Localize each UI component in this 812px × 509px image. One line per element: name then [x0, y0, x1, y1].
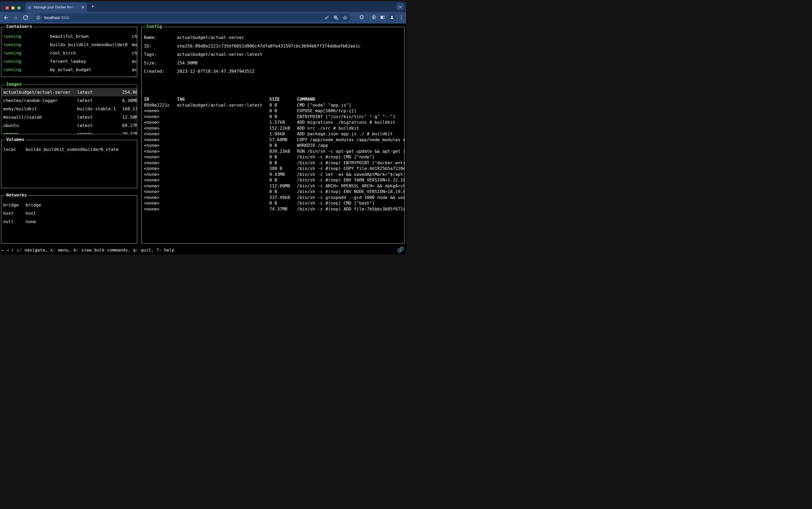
config-field: ID: sha256:89d0e2221c735df6051d906c4fdfa…	[144, 42, 404, 50]
translate-icon[interactable]: G	[334, 15, 338, 20]
container-status: running	[3, 74, 50, 77]
close-window-button[interactable]	[5, 6, 9, 10]
layer-tag	[177, 166, 269, 172]
image-size: 12.50M	[122, 113, 137, 121]
browser-tab[interactable]: Manage your Docker fleet wi	[25, 2, 87, 12]
layer-row[interactable]: <none> 0 B /bin/sh -c #(nop) ENV YARN_VE…	[144, 177, 404, 183]
layer-row[interactable]: <none> 9.43MB /bin/sh -c set -ex && save…	[144, 172, 404, 177]
close-tab-icon[interactable]	[81, 5, 85, 9]
layer-row[interactable]: <none> 388 B /bin/sh -c #(nop) COPY file…	[144, 166, 404, 172]
layer-size: 0 B	[269, 189, 297, 195]
layer-command: /bin/sh -c #(nop) CMD ["bash"]	[297, 200, 404, 206]
layer-row[interactable]: <none> 1.57kB ADD migrations ./migration…	[144, 120, 404, 125]
volumes-list: local buildx_buildkit_osmondbuilder0_sta…	[1, 145, 137, 154]
container-row[interactable]: running fervent_leakey act	[1, 57, 137, 66]
profile-avatar[interactable]	[388, 14, 395, 21]
layer-id: <none>	[144, 142, 177, 148]
network-name: host	[3, 209, 26, 217]
bookmark-star-icon[interactable]	[343, 15, 347, 20]
address-bar[interactable]: localhost:3000 G	[34, 13, 351, 22]
layer-tag	[177, 195, 269, 201]
layer-row[interactable]: <none> 337.49kB /bin/sh -c groupadd --gi…	[144, 195, 404, 201]
layers-header-size: SIZE	[269, 96, 297, 102]
extensions-icon[interactable]	[359, 15, 364, 20]
container-row[interactable]: running cool_kirch che	[1, 49, 137, 57]
config-field-value: actualbudget/actual-server	[177, 33, 404, 42]
config-field-label: Created:	[144, 67, 177, 76]
layer-row[interactable]: <none> 0 B EXPOSE map[5006/tcp:{}]	[144, 108, 404, 114]
layer-row[interactable]: <none> 839.23kB RUN /bin/sh -c apt-get u…	[144, 148, 404, 155]
new-tab-button[interactable]: +	[90, 3, 96, 10]
network-row[interactable]: null none	[1, 217, 137, 226]
container-row[interactable]: running beautiful_brown che	[1, 32, 137, 40]
tab-strip: Manage your Docker fleet wi +	[0, 1, 406, 12]
layer-row[interactable]: <none> 0 B /bin/sh -c #(nop) ENTRYPOINT …	[144, 160, 404, 166]
layer-row[interactable]: 89d0e2221c actualbudget/actual-server:la…	[144, 102, 404, 108]
forward-button[interactable]	[12, 15, 18, 21]
container-row[interactable]: running my_actual_budget act	[1, 66, 137, 74]
layer-size: 57.68MB	[269, 137, 297, 143]
layer-row[interactable]: <none> 0 B /bin/sh -c #(nop) ENV NODE_VE…	[144, 189, 404, 195]
layer-row[interactable]: <none> 0 B /bin/sh -c #(nop) CMD ["bash"…	[144, 200, 404, 206]
image-tag: latest	[77, 88, 122, 96]
layer-id: <none>	[144, 154, 177, 160]
layer-size: 9.43MB	[269, 172, 297, 177]
layer-id: <none>	[144, 172, 177, 177]
image-layers-table: ID TAG SIZE COMMAND 89d0e2221c actualbud…	[144, 96, 404, 212]
reload-button[interactable]	[23, 15, 29, 21]
image-row[interactable]: actualbudget/actual-server latest 254.90	[1, 88, 137, 96]
image-row[interactable]: <none> <none> 29.72M	[1, 130, 137, 134]
volumes-panel: Volumes local buildx_buildkit_osmondbuil…	[1, 140, 137, 188]
container-status: running	[3, 32, 50, 40]
key-icon[interactable]	[325, 15, 329, 20]
layer-row[interactable]: <none> 1.94kB ADD package.json app.js ./…	[144, 131, 404, 137]
container-row[interactable]: running titi che	[1, 74, 137, 77]
layer-command: /bin/sh -c ARCH= OPENSSL_ARCH= && dpkgAr…	[297, 183, 404, 189]
layer-row[interactable]: <none> 112.09MB /bin/sh -c ARCH= OPENSSL…	[144, 183, 404, 189]
browser-window: Manage your Docker fleet wi + localhost:…	[0, 1, 406, 254]
network-row[interactable]: host host	[1, 209, 137, 217]
layer-row[interactable]: <none> 0 B /bin/sh -c #(nop) CMD ["node"…	[144, 154, 404, 160]
docker-tui: Containers running beautiful_brown che r…	[0, 24, 406, 254]
image-row[interactable]: ubuntu latest 69.27M	[1, 121, 137, 130]
performance-icon[interactable]	[371, 15, 376, 20]
layer-size: 839.23kB	[269, 148, 297, 155]
layer-size: 152.22kB	[269, 125, 297, 131]
status-bar: ← → ↑ ↓: navigate, x: menu, b: view bulk…	[1, 247, 174, 253]
image-row[interactable]: moby/buildkit buildx-stable-1 168.13	[1, 105, 137, 113]
layer-row[interactable]: <none> 152.22kB ADD src ./src # buildkit	[144, 125, 404, 131]
layer-size: 0 B	[269, 114, 297, 120]
volume-row[interactable]: local buildx_buildkit_osmondbuilder0_sta…	[1, 145, 137, 154]
image-tag: latest	[77, 96, 122, 105]
minimize-window-button[interactable]	[11, 6, 15, 10]
images-list: actualbudget/actual-server latest 254.90…	[1, 88, 137, 134]
site-info-icon[interactable]	[35, 14, 42, 21]
maximize-window-button[interactable]	[17, 6, 21, 10]
layer-row[interactable]: <none> 57.68MB COPY /app/node_modules /a…	[144, 137, 404, 143]
config-field: Created: 2023-12-07T18:34:47.394794351Z	[144, 67, 404, 76]
container-row[interactable]: running buildx_buildkit_osmondbuilder0 m…	[1, 40, 137, 49]
menu-dots-icon[interactable]	[399, 15, 404, 20]
side-panel-icon[interactable]	[380, 15, 385, 20]
images-panel: Images actualbudget/actual-server latest…	[1, 84, 137, 134]
tab-search-button[interactable]	[397, 3, 404, 10]
image-row[interactable]: mosswill/isaiah latest 12.50M	[1, 113, 137, 121]
layer-row[interactable]: <none> 74.37MB /bin/sh -c #(nop) ADD fil…	[144, 206, 404, 212]
layer-row[interactable]: <none> 0 B ENTRYPOINT ["/usr/bin/tini" "…	[144, 114, 404, 120]
image-size: 69.27M	[122, 121, 137, 130]
layer-id: <none>	[144, 137, 177, 143]
container-image: mob	[132, 40, 137, 49]
config-fields: Name: actualbudget/actual-server ID: sha…	[144, 33, 404, 76]
image-name: chentex/random-logger	[3, 96, 77, 105]
layer-id: <none>	[144, 200, 177, 206]
layer-row[interactable]: <none> 0 B WORKDIR /app	[144, 142, 404, 148]
layers-rows: 89d0e2221c actualbudget/actual-server:la…	[144, 102, 404, 212]
image-row[interactable]: chentex/random-logger latest 6.36MB	[1, 96, 137, 105]
layer-command: /bin/sh -c #(nop) ENTRYPOINT ["docker-en…	[297, 160, 404, 166]
layer-tag: actualbudget/actual-server:latest	[177, 102, 269, 108]
layer-tag	[177, 142, 269, 148]
url-text[interactable]: localhost:3000	[44, 15, 70, 20]
image-tag: <none>	[77, 130, 122, 134]
network-row[interactable]: bridge bridge	[1, 201, 137, 209]
back-button[interactable]	[3, 15, 9, 21]
